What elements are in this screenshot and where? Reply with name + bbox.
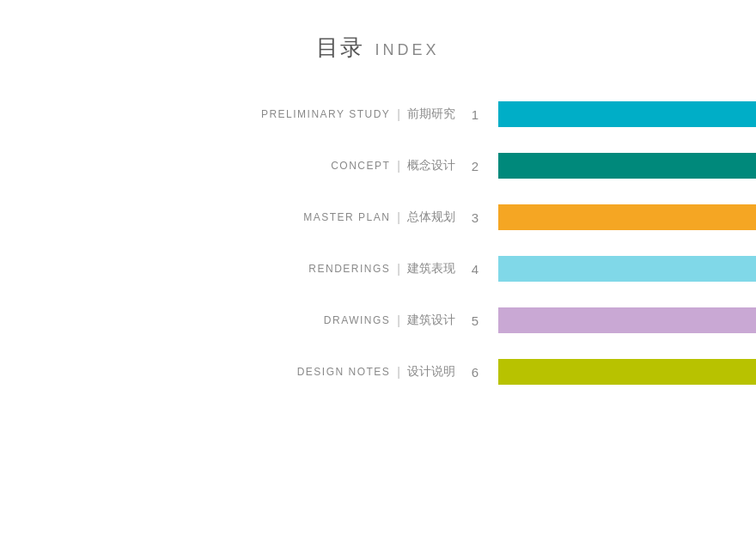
label-english: RENDERINGS [308,263,390,275]
label-chinese: 建筑设计 [407,313,455,328]
index-label: DRAWINGS | 建筑设计 [120,313,455,328]
label-chinese: 设计说明 [407,364,455,380]
index-label: PRELIMINARY STUDY | 前期研究 [120,106,455,122]
index-bar [498,204,756,230]
index-bar [498,256,756,282]
index-label: RENDERINGS | 建筑表现 [120,261,455,277]
label-divider: | [397,159,400,173]
header-title: 目录 INDEX [316,33,439,63]
index-row[interactable]: RENDERINGS | 建筑表现 4 [120,243,756,295]
label-english: PRELIMINARY STUDY [261,108,390,120]
label-chinese: 概念设计 [407,158,455,173]
page-header: 目录 INDEX [0,0,756,63]
label-chinese: 建筑表现 [407,261,455,277]
label-english: CONCEPT [331,160,390,172]
label-divider: | [397,365,400,379]
page-container: 目录 INDEX PRELIMINARY STUDY | 前期研究 1 CONC… [0,0,756,535]
index-bar [498,101,756,127]
title-chinese: 目录 [316,33,364,63]
label-divider: | [397,313,400,327]
index-number: 3 [462,210,488,225]
label-divider: | [397,210,400,224]
index-number: 2 [462,159,488,173]
index-list: PRELIMINARY STUDY | 前期研究 1 CONCEPT | 概念设… [0,88,756,398]
index-row[interactable]: MASTER PLAN | 总体规划 3 [120,192,756,243]
label-divider: | [397,262,400,276]
index-number: 1 [462,107,488,122]
label-english: DESIGN NOTES [297,366,391,378]
label-english: MASTER PLAN [303,211,390,223]
index-row[interactable]: DRAWINGS | 建筑设计 5 [120,295,756,346]
index-row[interactable]: PRELIMINARY STUDY | 前期研究 1 [120,88,756,140]
index-number: 4 [462,262,488,277]
index-label: CONCEPT | 概念设计 [120,158,455,173]
title-english: INDEX [375,41,439,59]
index-bar [498,307,756,333]
label-chinese: 前期研究 [407,106,455,122]
index-bar [498,153,756,179]
label-english: DRAWINGS [324,314,391,326]
index-number: 5 [462,313,488,328]
index-bar [498,359,756,385]
label-chinese: 总体规划 [407,210,455,225]
index-row[interactable]: DESIGN NOTES | 设计说明 6 [120,346,756,398]
index-label: DESIGN NOTES | 设计说明 [120,364,455,380]
label-divider: | [397,107,400,121]
index-row[interactable]: CONCEPT | 概念设计 2 [120,140,756,192]
index-number: 6 [462,365,488,380]
index-label: MASTER PLAN | 总体规划 [120,210,455,225]
